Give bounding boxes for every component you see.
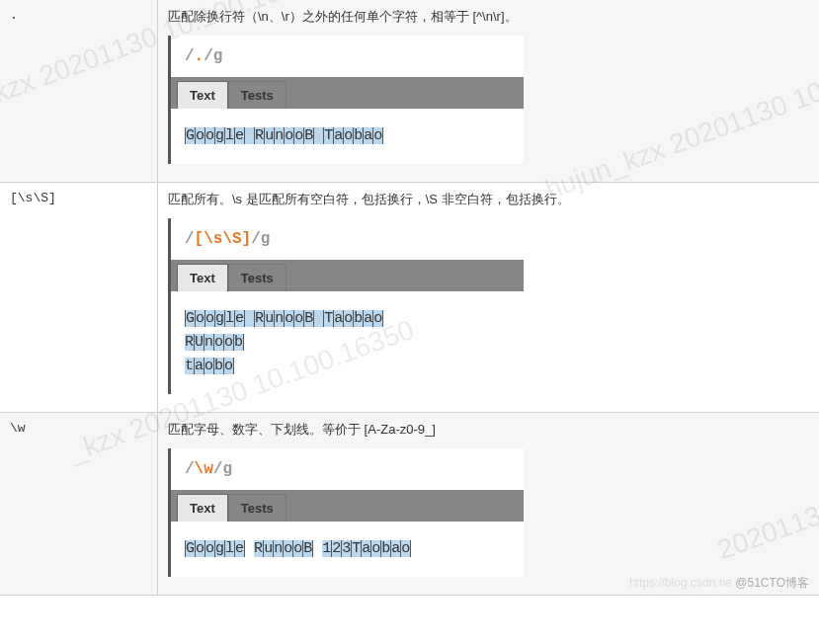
regex-row: . 匹配除换行符（\n、\r）之外的任何单个字符，相等于 [^\n\r]。 /.… [0,0,819,183]
match-result: Google RunooB Taobao [171,109,524,164]
tabbar: Text Tests [171,260,524,291]
tab-text[interactable]: Text [177,494,228,522]
regex-row: [\s\S] 匹配所有。\s 是匹配所有空白符，包括换行，\S 非空白符，包括换… [0,183,819,413]
regex-expression: /./g [171,36,524,77]
description-text: 匹配所有。\s 是匹配所有空白符，包括换行，\S 非空白符，包括换行。 [168,191,809,208]
tab-tests[interactable]: Tests [228,81,287,109]
description-text: 匹配字母、数字、下划线。等价于 [A-Za-z0-9_] [168,421,809,439]
tab-text[interactable]: Text [177,81,228,109]
description-cell: 匹配除换行符（\n、\r）之外的任何单个字符，相等于 [^\n\r]。 /./g… [158,0,819,182]
pattern-cell: . [0,0,158,182]
tab-tests[interactable]: Tests [228,494,287,522]
description-text: 匹配除换行符（\n、\r）之外的任何单个字符，相等于 [^\n\r]。 [168,8,809,26]
regex-expression: /[\s\S]/g [171,218,524,260]
pattern-cell: \w [0,413,158,595]
regex-expression: /\w/g [171,448,524,490]
regex-demo-box: /\w/g Text Tests Google RunooB 123Taobao [168,448,524,577]
match-result: Google RunooB TaobaoRUnoobtaobo [171,291,524,394]
tab-tests[interactable]: Tests [228,264,287,291]
description-cell: 匹配所有。\s 是匹配所有空白符，包括换行，\S 非空白符，包括换行。 /[\s… [158,183,819,412]
description-cell: 匹配字母、数字、下划线。等价于 [A-Za-z0-9_] /\w/g Text … [158,413,819,595]
pattern-cell: [\s\S] [0,183,158,412]
tabbar: Text Tests [171,490,524,522]
tabbar: Text Tests [171,77,524,109]
regex-row: \w 匹配字母、数字、下划线。等价于 [A-Za-z0-9_] /\w/g Te… [0,413,819,596]
regex-demo-box: /./g Text Tests Google RunooB Taobao [168,36,524,164]
regex-demo-box: /[\s\S]/g Text Tests Google RunooB Taoba… [168,218,524,394]
attribution: https://blog.csdn.ne @51CTO博客 [629,575,809,592]
match-result: Google RunooB 123Taobao [171,522,524,577]
tab-text[interactable]: Text [177,264,228,291]
